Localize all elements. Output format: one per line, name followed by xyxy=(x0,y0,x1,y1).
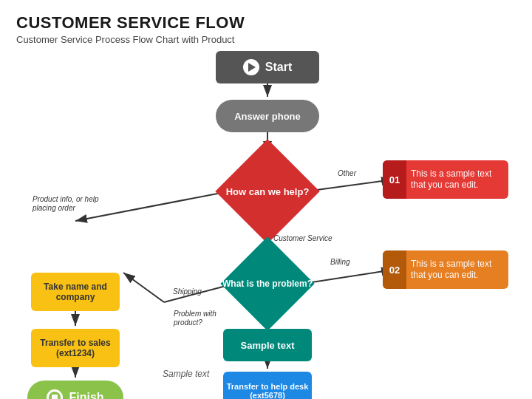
diamond-help-node xyxy=(215,140,319,244)
svg-line-6 xyxy=(302,270,393,284)
flow-area: Start Answer phone How can we help? What… xyxy=(16,51,516,383)
info-01-badge: 01 xyxy=(383,160,406,199)
billing-label: Billing xyxy=(330,258,350,267)
info-box-02: 02 This is a sample text that you can ed… xyxy=(383,250,508,289)
transfer-sales-node: Transfer to sales (ext1234) xyxy=(31,329,120,367)
diamond-prob-node xyxy=(220,237,314,331)
info-02-badge: 02 xyxy=(383,250,406,289)
transfer-help-node: Transfer to help desk (ext5678) xyxy=(223,372,312,399)
sample-text-label: Sample text xyxy=(241,340,295,351)
svg-line-5 xyxy=(75,191,229,221)
answer-phone-node: Answer phone xyxy=(216,100,319,132)
product-info-label: Product info, or help placing order xyxy=(33,195,114,213)
sub-title: Customer Service Process Flow Chart with… xyxy=(16,34,516,45)
shipping-label: Shipping xyxy=(173,287,202,296)
sample-text-bottom-label: Sample text xyxy=(163,369,209,379)
start-label: Start xyxy=(265,61,292,74)
transfer-help-label: Transfer to help desk (ext5678) xyxy=(226,382,309,399)
start-node: Start xyxy=(216,51,319,83)
svg-line-8 xyxy=(123,273,164,302)
play-icon xyxy=(243,59,259,75)
customer-service-label: Customer Service xyxy=(273,234,332,243)
info-02-text: This is a sample text that you can edit. xyxy=(406,256,508,284)
take-name-label: Take name and company xyxy=(34,282,117,302)
main-title: CUSTOMER SERVICE FLOW xyxy=(16,13,516,33)
take-name-node: Take name and company xyxy=(31,273,120,311)
info-01-text: This is a sample text that you can edit. xyxy=(406,166,508,194)
answer-phone-label: Answer phone xyxy=(234,111,301,122)
finish-left-label: Finish xyxy=(69,391,103,399)
info-box-01: 01 This is a sample text that you can ed… xyxy=(383,160,508,199)
sample-text-node: Sample text xyxy=(223,329,312,361)
page: CUSTOMER SERVICE FLOW Customer Service P… xyxy=(0,0,532,399)
finish-node-left: Finish xyxy=(27,381,123,399)
problem-with-product-label: Problem with product? xyxy=(174,310,233,327)
other-label: Other xyxy=(338,169,356,178)
transfer-sales-label: Transfer to sales (ext1234) xyxy=(34,338,117,358)
stop-icon-left xyxy=(47,389,63,399)
